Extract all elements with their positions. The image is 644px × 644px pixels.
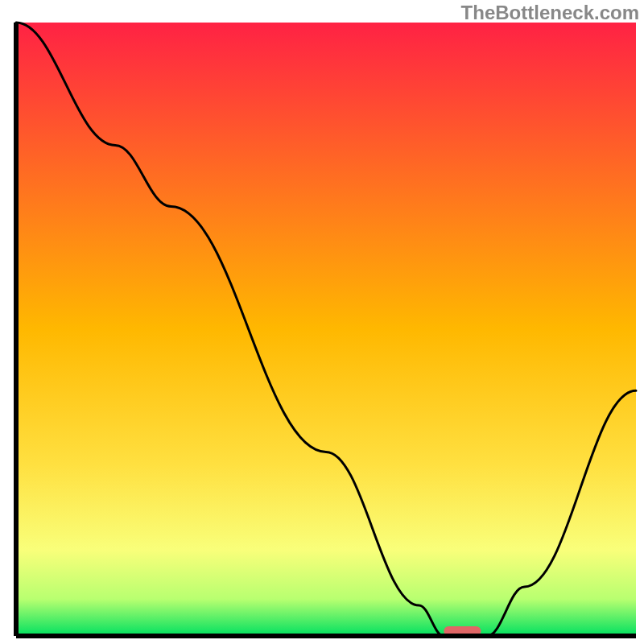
bottleneck-chart [0, 0, 644, 644]
chart-background [16, 23, 636, 636]
watermark-text: TheBottleneck.com [461, 2, 639, 24]
chart-container: TheBottleneck.com [0, 0, 644, 644]
